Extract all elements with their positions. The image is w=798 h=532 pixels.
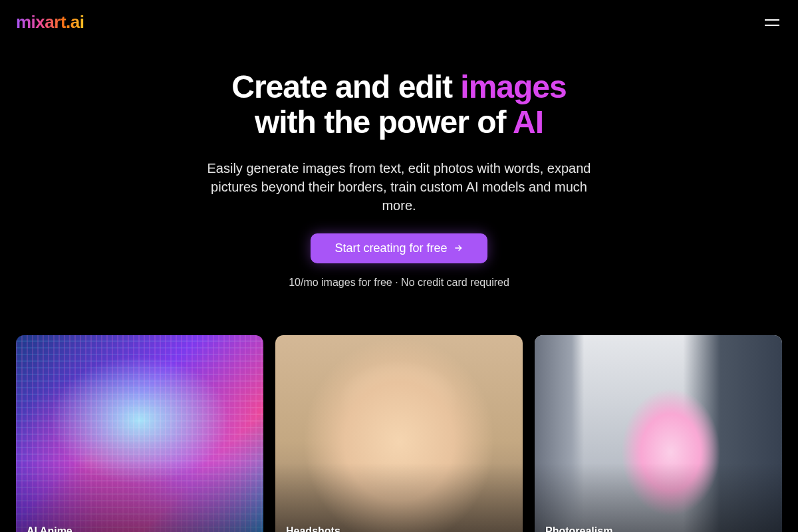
hero-section: Create and edit images with the power of… xyxy=(0,45,798,289)
hero-title: Create and edit images with the power of… xyxy=(0,70,798,140)
title-text-1: Create and edit xyxy=(231,69,460,104)
gallery-card-headshots[interactable]: Headshots xyxy=(275,335,523,532)
logo[interactable]: mixart.ai xyxy=(16,12,84,33)
menu-icon[interactable] xyxy=(762,17,782,29)
gallery: AI Anime Headshots Photorealism xyxy=(0,289,798,532)
arrow-right-icon xyxy=(453,243,464,253)
title-highlight-ai: AI xyxy=(513,104,543,140)
cta-label: Start creating for free xyxy=(334,241,447,255)
cta-note: 10/mo images for free · No credit card r… xyxy=(0,277,798,289)
card-label: Photorealism xyxy=(545,525,612,532)
hero-subtitle: Easily generate images from text, edit p… xyxy=(200,159,598,215)
card-label: Headshots xyxy=(286,525,340,532)
card-label: AI Anime xyxy=(27,525,72,532)
title-text-2: with the power of xyxy=(255,104,513,140)
gallery-card-photorealism[interactable]: Photorealism xyxy=(535,335,782,532)
header: mixart.ai xyxy=(0,0,798,45)
title-highlight-images: images xyxy=(460,69,566,104)
gallery-card-ai-anime[interactable]: AI Anime xyxy=(16,335,263,532)
start-creating-button[interactable]: Start creating for free xyxy=(311,233,487,263)
